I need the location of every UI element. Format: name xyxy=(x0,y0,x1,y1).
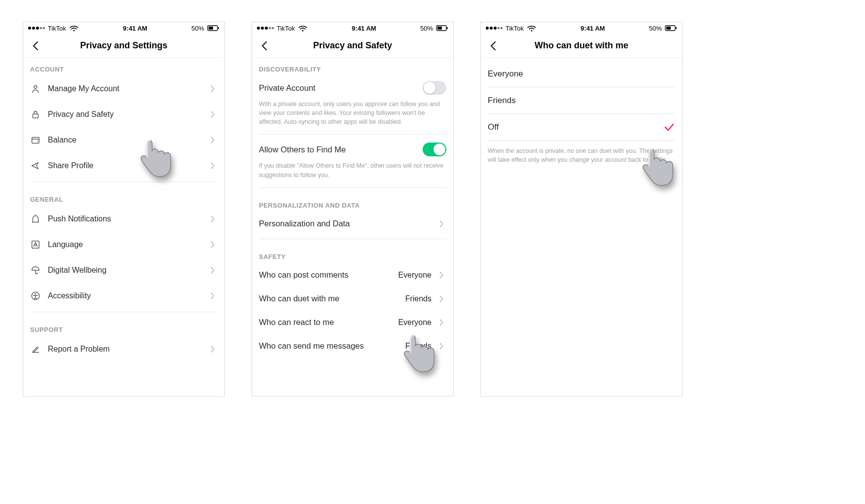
section-header-personalization: PERSONALIZATION AND DATA xyxy=(259,191,446,212)
chevron-right-icon xyxy=(436,340,446,352)
battery-icon xyxy=(207,24,219,32)
row-label: Who can react to me xyxy=(259,318,393,327)
row-label: Personalization and Data xyxy=(259,219,432,228)
chevron-right-icon xyxy=(436,293,446,305)
row-label: Who can duet with me xyxy=(259,294,400,303)
option-friends[interactable]: Friends xyxy=(488,87,675,114)
row-who-react[interactable]: Who can react to me Everyone xyxy=(259,311,446,334)
carrier-label: TikTok xyxy=(48,25,66,32)
navbar: Who can duet with me xyxy=(481,34,682,58)
row-label: Who can send me messages xyxy=(259,341,400,351)
option-label: Friends xyxy=(488,96,675,106)
section-header-discoverability: DISCOVERABILITY xyxy=(259,58,446,76)
battery-icon xyxy=(436,24,448,32)
battery-pct: 50% xyxy=(649,25,662,32)
chevron-right-icon xyxy=(208,108,217,120)
toggle-private-account[interactable] xyxy=(423,81,446,95)
row-allow-find-me: Allow Others to Find Me xyxy=(259,138,446,161)
accessibility-icon xyxy=(30,290,41,302)
back-button[interactable] xyxy=(259,40,271,52)
section-header-safety: SAFETY xyxy=(259,242,446,263)
row-share-profile[interactable]: Share Profile xyxy=(30,153,217,179)
section-header-support: SUPPORT xyxy=(30,315,217,336)
screen-privacy-safety: TikTok 9:41 AM 50% Privacy and Safety DI… xyxy=(252,22,454,396)
row-label: Balance xyxy=(48,136,201,144)
status-bar: TikTok 9:41 AM 50% xyxy=(252,22,453,34)
navbar: Privacy and Safety xyxy=(252,34,453,58)
battery-icon xyxy=(665,24,677,32)
status-bar: TikTok 9:41 AM 50% xyxy=(481,22,682,34)
allow-find-me-desc: If you disable "Allow Others to Find Me"… xyxy=(259,161,446,184)
row-personalization[interactable]: Personalization and Data xyxy=(259,212,446,236)
row-privacy-safety[interactable]: Privacy and Safety xyxy=(30,102,217,127)
wallet-icon xyxy=(30,134,41,146)
page-title: Privacy and Settings xyxy=(23,40,224,51)
screen-who-can-duet: TikTok 9:41 AM 50% Who can duet with me … xyxy=(480,22,683,396)
chevron-right-icon xyxy=(208,134,217,146)
divider xyxy=(259,134,446,135)
row-label: Manage My Account xyxy=(48,84,201,93)
row-language[interactable]: Language xyxy=(30,232,217,257)
row-label: Share Profile xyxy=(48,161,201,170)
row-label: Private Account xyxy=(259,83,418,93)
status-bar: TikTok 9:41 AM 50% xyxy=(23,22,224,34)
row-digital-wellbeing[interactable]: Digital Wellbeing xyxy=(30,257,217,283)
divider xyxy=(30,312,217,312)
row-who-duet[interactable]: Who can duet with me Friends xyxy=(259,287,446,311)
toggle-allow-find-me[interactable] xyxy=(423,143,446,156)
check-icon xyxy=(663,121,675,133)
chevron-right-icon xyxy=(208,83,217,95)
carrier-label: TikTok xyxy=(277,25,295,32)
chevron-right-icon xyxy=(208,213,217,225)
chevron-right-icon xyxy=(208,264,217,276)
option-label: Everyone xyxy=(488,69,675,79)
battery-pct: 50% xyxy=(420,25,433,32)
chevron-right-icon xyxy=(436,218,446,230)
pencil-icon xyxy=(30,343,41,355)
option-off[interactable]: Off xyxy=(488,114,675,141)
signal-dots-icon xyxy=(257,27,274,30)
private-account-desc: With a private account, only users you a… xyxy=(259,100,446,131)
wifi-icon xyxy=(527,24,537,32)
share-icon xyxy=(30,160,41,172)
row-balance[interactable]: Balance xyxy=(30,127,217,153)
row-value: Everyone xyxy=(398,271,432,280)
row-label: Report a Problem xyxy=(48,345,201,354)
clock: 9:41 AM xyxy=(537,25,649,32)
row-value: Everyone xyxy=(398,318,432,327)
back-button[interactable] xyxy=(488,40,500,52)
signal-dots-icon xyxy=(28,27,45,30)
divider xyxy=(259,187,446,188)
chevron-right-icon xyxy=(436,317,446,328)
row-label: Push Notifications xyxy=(48,215,201,223)
option-everyone[interactable]: Everyone xyxy=(488,61,675,87)
umbrella-icon xyxy=(30,264,41,276)
section-header-account: ACCOUNT xyxy=(30,58,217,76)
page-title: Privacy and Safety xyxy=(252,40,453,51)
row-private-account: Private Account xyxy=(259,76,446,100)
carrier-label: TikTok xyxy=(505,25,524,32)
row-accessibility[interactable]: Accessibility xyxy=(30,283,217,309)
row-who-comments[interactable]: Who can post comments Everyone xyxy=(259,263,446,287)
navbar: Privacy and Settings xyxy=(23,34,224,58)
row-value: Friends xyxy=(405,294,432,303)
option-label: Off xyxy=(488,122,663,132)
section-header-general: GENERAL xyxy=(30,185,217,206)
row-label: Language xyxy=(48,240,201,249)
row-label: Who can post comments xyxy=(259,270,393,280)
battery-pct: 50% xyxy=(191,25,204,32)
chevron-right-icon xyxy=(436,269,446,281)
row-manage-account[interactable]: Manage My Account xyxy=(30,76,217,102)
row-who-messages[interactable]: Who can send me messages Friends xyxy=(259,334,446,358)
duet-footnote: When the account is private, no one can … xyxy=(488,141,675,169)
row-label: Privacy and Safety xyxy=(48,110,201,119)
row-push-notifications[interactable]: Push Notifications xyxy=(30,206,217,232)
row-report-problem[interactable]: Report a Problem xyxy=(30,336,217,362)
wifi-icon xyxy=(69,24,79,32)
divider xyxy=(259,239,446,239)
clock: 9:41 AM xyxy=(79,25,191,32)
back-button[interactable] xyxy=(30,40,42,52)
signal-dots-icon xyxy=(486,27,503,30)
row-value: Friends xyxy=(405,342,432,351)
screen-privacy-settings: TikTok 9:41 AM 50% Privacy and Settings … xyxy=(23,22,225,396)
